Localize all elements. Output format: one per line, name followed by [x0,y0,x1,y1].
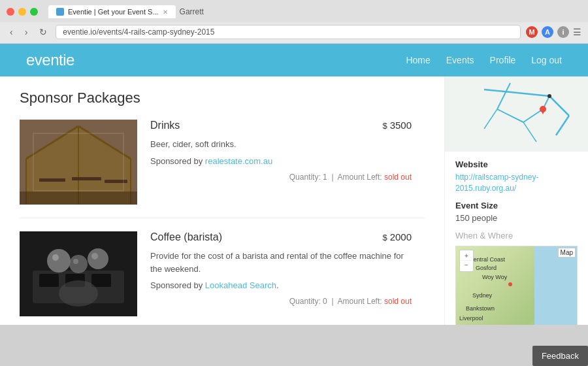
package-image-coffee [20,231,137,316]
map-label-sydney: Sydney [472,292,492,299]
page-content: eventie Home Events Profile Log out Spon… [0,44,588,325]
sidebar-info: Website http://railscamp-sydney-2015.rub… [445,152,588,325]
package-card-drinks: Drinks $3500 Beer, cider, soft drinks. S… [20,120,425,218]
event-size-label: Event Size [455,201,578,210]
package-name-drinks: Drinks [150,120,180,131]
package-name-coffee: Coffee (barista) [150,231,222,243]
svg-rect-14 [39,274,59,287]
map-type-label[interactable]: Map [558,248,576,258]
package-meta-drinks: Quantity: 1 | Amount Left: sold out [150,173,412,182]
sponsored-by-drinks: Sponsored by realestate.com.au [150,156,412,166]
website-link[interactable]: http://railscamp-sydney-2015.ruby.org.au… [455,172,578,194]
info-icon[interactable]: i [557,26,569,38]
map-label-liverpool: Liverpool [459,315,483,322]
logo[interactable]: eventie [26,51,74,69]
address-url: eventie.io/events/4-rails-camp-sydney-20… [63,27,214,37]
nav-logout[interactable]: Log out [531,55,562,65]
map-zoom-in[interactable]: + [461,252,472,261]
nav-links: Home Events Profile Log out [406,55,562,65]
back-button[interactable]: ‹ [7,25,16,39]
browser-toolbar: ‹ › ↻ eventie.io/events/4-rails-camp-syd… [0,22,588,43]
minimize-button-dot[interactable] [18,8,26,16]
map-container[interactable]: Central Coast Gosford Woy Woy Sydney Ban… [455,246,578,325]
svg-point-21 [88,248,108,269]
package-price-drinks: $3500 [382,120,412,131]
nav-profile[interactable]: Profile [490,55,516,65]
meta-sold-drinks: sold out [384,173,412,182]
svg-point-19 [69,255,88,273]
package-image-drinks [20,120,137,205]
feedback-button[interactable]: Feedback [532,346,588,366]
svg-point-22 [91,253,98,259]
tab-favicon [56,8,64,16]
sidebar: Website http://railscamp-sydney-2015.rub… [444,76,588,325]
svg-point-17 [47,249,71,273]
browser-tab[interactable]: Eventie | Get your Event S... ✕ [48,5,176,18]
map-label-central-coast: Central Coast [469,256,505,263]
package-header-coffee: Coffee (barista) $2000 [150,231,412,243]
svg-rect-9 [72,177,101,180]
sponsored-by-coffee: Sponsored by Lookahead Search. [150,280,412,290]
gmail-icon[interactable]: M [526,26,538,38]
window-controls [7,8,38,16]
map-label-woy-woy: Woy Woy [482,274,507,280]
map-label-gosford: Gosford [476,265,497,271]
content-area: Sponsor Packages [0,76,444,325]
website-label: Website [455,159,578,169]
meta-sold-coffee: sold out [384,297,412,306]
nav-home[interactable]: Home [406,55,430,65]
browser-titlebar: Eventie | Get your Event S... ✕ Garrett [0,0,588,22]
package-price-coffee: $2000 [382,231,412,242]
nav-events[interactable]: Events [446,55,474,65]
package-details-coffee: Coffee (barista) $2000 Provide for the c… [137,231,425,316]
event-size-value: 150 people [455,213,578,223]
forward-button[interactable]: › [22,25,31,39]
browser-chrome: Eventie | Get your Event S... ✕ Garrett … [0,0,588,44]
page-title: Sponsor Packages [20,90,425,107]
svg-rect-8 [39,178,65,182]
menu-icon[interactable]: ☰ [573,27,581,37]
package-desc-coffee: Provide for the cost of a barista and re… [150,250,412,275]
tab-close-icon[interactable]: ✕ [163,8,168,16]
top-nav: eventie Home Events Profile Log out [0,44,588,76]
user-name: Garrett [180,7,204,16]
package-details-drinks: Drinks $3500 Beer, cider, soft drinks. S… [137,120,425,205]
price-dollar-drinks: $ [382,121,387,131]
map-water [534,246,577,325]
when-where-label: When & Where [455,231,578,241]
sidebar-map-top [445,76,588,152]
tab-title: Eventie | Get your Event S... [68,8,159,16]
refresh-button[interactable]: ↻ [36,25,50,39]
sponsor-link-coffee[interactable]: Lookahead Search [205,280,276,290]
package-meta-coffee: Quantity: 0 | Amount Left: sold out [150,297,412,306]
map-zoom-out[interactable]: − [461,261,472,270]
svg-rect-15 [65,274,85,287]
svg-rect-10 [105,180,127,183]
close-button-dot[interactable] [7,8,14,16]
map-label-bankstown: Bankstown [466,305,495,312]
svg-point-20 [73,259,78,264]
svg-point-41 [547,94,551,98]
price-dollar-coffee: $ [382,233,387,242]
package-desc-drinks: Beer, cider, soft drinks. [150,138,412,151]
map-pin [508,282,512,286]
account-icon[interactable]: A [542,26,553,38]
map-inner: Central Coast Gosford Woy Woy Sydney Ban… [456,246,577,325]
package-header-drinks: Drinks $3500 [150,120,412,131]
map-controls: + − [459,250,474,272]
sponsor-link-drinks[interactable]: realestate.com.au [205,156,272,166]
browser-icons: M A i ☰ [526,26,581,38]
address-bar[interactable]: eventie.io/events/4-rails-camp-sydney-20… [56,25,521,39]
package-card-coffee: Coffee (barista) $2000 Provide for the c… [20,231,425,325]
svg-rect-11 [20,191,137,205]
maximize-button-dot[interactable] [30,8,38,16]
svg-point-18 [52,254,59,261]
svg-rect-16 [91,274,111,287]
main-layout: Sponsor Packages [0,76,588,325]
